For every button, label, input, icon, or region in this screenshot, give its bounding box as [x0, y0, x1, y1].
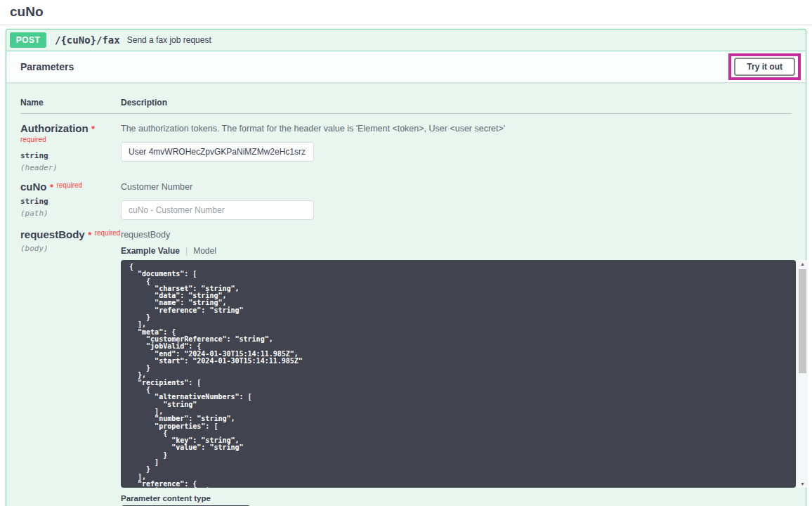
example-value-panel: { "documents": [ { "charset": "string", … — [121, 260, 808, 488]
tag-header: cuNo — [0, 0, 812, 25]
tryout-highlight-box: Try it out — [728, 53, 801, 80]
code-scrollbar[interactable]: ▲ ▼ — [797, 260, 808, 488]
operation-summary-bar[interactable]: POST /{cuNo}/fax Send a fax job request — [6, 30, 806, 51]
tab-separator: | — [185, 246, 188, 256]
param-row-authorization: Authorization * required string (header)… — [20, 114, 792, 172]
table-column-headers: Name Description — [20, 88, 792, 114]
param-location: (path) — [20, 209, 121, 218]
name-column-header: Name — [20, 98, 121, 108]
param-description: The authorization tokens. The format for… — [121, 122, 792, 134]
example-model-tabs: Example Value | Model — [121, 246, 808, 256]
parameters-section-header: Parameters Try it out — [6, 51, 806, 82]
scrollbar-thumb[interactable] — [799, 269, 806, 373]
content-type-label: Parameter content type — [121, 494, 808, 502]
description-column-header: Description — [121, 98, 792, 108]
endpoint-path: /{cuNo}/fax — [55, 34, 120, 46]
param-description: Customer Number — [121, 181, 792, 192]
param-row-cuno: cuNo * required string (path) Customer N… — [20, 172, 792, 220]
scroll-up-icon[interactable]: ▲ — [797, 260, 808, 268]
tag-title[interactable]: cuNo — [10, 4, 44, 19]
try-it-out-button[interactable]: Try it out — [734, 58, 795, 76]
param-row-requestbody: requestBody * required (body) requestBod… — [20, 220, 792, 506]
required-label: required — [20, 136, 46, 143]
parameters-table: Name Description Authorization * require… — [6, 82, 806, 506]
code-block: { "documents": [ { "charset": "string", … — [121, 260, 796, 488]
tab-model[interactable]: Model — [193, 246, 216, 256]
endpoint-summary: Send a fax job request — [127, 35, 211, 45]
required-label: required — [56, 181, 82, 189]
required-asterisk: * — [91, 124, 95, 134]
required-asterisk: * — [88, 230, 91, 240]
parameters-title: Parameters — [20, 61, 74, 72]
param-type: string — [20, 151, 121, 160]
scroll-down-icon[interactable]: ▼ — [797, 480, 808, 488]
tab-example-value[interactable]: Example Value — [121, 246, 180, 256]
required-label: required — [95, 229, 121, 237]
param-name: Authorization — [20, 122, 89, 134]
cuno-input[interactable] — [121, 200, 314, 220]
param-name: requestBody — [20, 228, 85, 240]
method-badge: POST — [10, 32, 46, 48]
opblock-post-fax: POST /{cuNo}/fax Send a fax job request … — [6, 29, 806, 506]
param-location: (body) — [20, 244, 121, 253]
param-name: cuNo — [20, 181, 47, 193]
param-description: requestBody — [121, 228, 808, 240]
param-type: string — [20, 197, 121, 206]
request-body-example-code: { "documents": [ { "charset": "string", … — [129, 264, 787, 488]
param-location: (header) — [20, 163, 121, 172]
required-asterisk: * — [50, 182, 53, 193]
authorization-input[interactable] — [121, 142, 314, 162]
content-type-block: Parameter content type application/json — [121, 494, 808, 506]
